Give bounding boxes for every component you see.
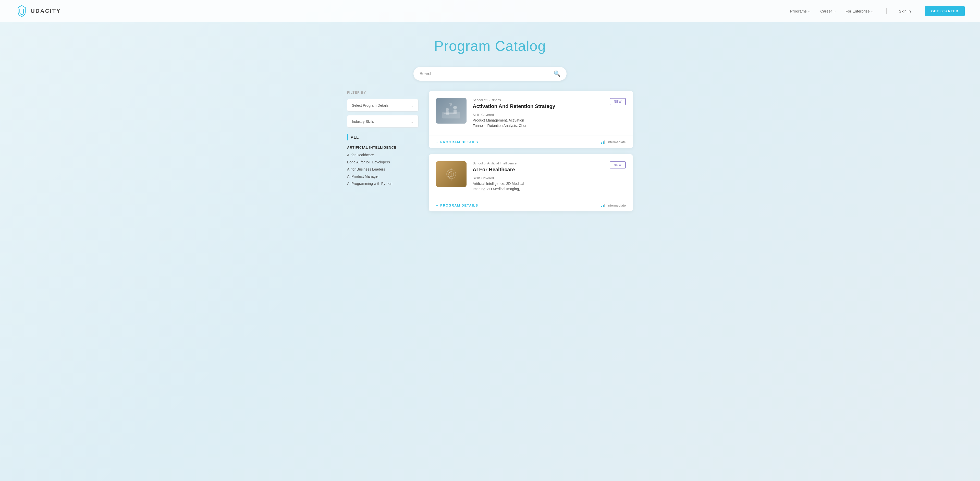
new-badge: NEW [610,161,626,169]
program-details-button[interactable]: + PROGRAM DETAILS [436,204,478,207]
all-section[interactable]: ALL [347,134,418,140]
sidebar-item-ai-python[interactable]: AI Programming with Python [347,182,418,186]
plus-icon: + [436,204,438,207]
nav-links: Programs ⌄ Career ⌄ For Enterprise ⌄ Sig… [790,6,965,16]
card-bottom: + PROGRAM DETAILS Intermediate [429,199,633,212]
card-body: School of Artificial Intelligence AI For… [473,161,604,192]
svg-point-3 [446,108,449,111]
sidebar-section-title: ARTIFICIAL INTELLIGENCE [347,145,418,149]
select-program-details-dropdown[interactable]: Select Program Details ⌄ [347,99,418,111]
svg-rect-5 [444,113,454,114]
difficulty-area: Intermediate [601,203,626,207]
logo-text: UDACITY [30,8,61,14]
difficulty-label: Intermediate [608,140,626,144]
chevron-down-icon: ⌄ [808,9,811,13]
main-layout: FILTER BY Select Program Details ⌄ Indus… [337,91,643,233]
plus-icon: + [436,140,438,144]
card-ai-healthcare: School of Artificial Intelligence AI For… [429,154,633,212]
search-box: 🔍 [414,67,566,81]
card-thumbnail-business: ⛛ [436,98,466,124]
card-title: AI For Healthcare [473,167,604,173]
udacity-logo-icon [15,5,28,18]
sidebar-item-ai-healthcare[interactable]: AI for Healthcare [347,153,418,157]
nav-programs[interactable]: Programs ⌄ [790,9,811,13]
sidebar-item-ai-product-manager[interactable]: AI Product Manager [347,174,418,178]
search-input[interactable] [420,72,554,76]
chevron-down-icon: ⌄ [410,103,414,108]
card-thumbnail-healthcare [436,161,466,187]
filter-by-label: FILTER BY [347,91,418,94]
card-school: School of Artificial Intelligence [473,161,604,165]
card-bottom: + PROGRAM DETAILS Intermediate [429,135,633,148]
card-body: School of Business Activation And Retent… [473,98,604,128]
search-icon[interactable]: 🔍 [554,70,560,77]
card-activation-retention: ⛛ School of Business Activation And Rete… [429,91,633,148]
difficulty-label: Intermediate [608,204,626,207]
catalog-area: ⛛ School of Business Activation And Rete… [429,91,633,218]
sign-in-link[interactable]: Sign In [899,9,911,13]
skills-label: Skills Covered [473,113,604,117]
business-illustration: ⛛ [441,102,461,120]
sidebar: FILTER BY Select Program Details ⌄ Indus… [347,91,418,218]
industry-skills-dropdown[interactable]: Industry Skills ⌄ [347,115,418,127]
chevron-down-icon: ⌄ [871,9,874,13]
navbar: UDACITY Programs ⌄ Career ⌄ For Enterpri… [0,0,980,22]
svg-point-1 [453,106,457,109]
nav-enterprise[interactable]: For Enterprise ⌄ [845,9,874,13]
sidebar-category-list: AI for Healthcare Edge AI for IoT Develo… [347,153,418,186]
skills-text: Product Management, ActivationFunnels, R… [473,118,604,128]
card-top: School of Artificial Intelligence AI For… [429,154,633,199]
logo-area[interactable]: UDACITY [15,5,61,18]
difficulty-area: Intermediate [601,140,626,144]
healthcare-illustration [441,165,461,183]
card-title: Activation And Retention Strategy [473,104,604,109]
sidebar-item-edge-ai[interactable]: Edge AI for IoT Developers [347,160,418,164]
card-top: ⛛ School of Business Activation And Rete… [429,91,633,135]
get-started-button[interactable]: GET STARTED [925,6,965,16]
search-container: 🔍 [0,64,980,91]
sidebar-item-ai-business[interactable]: AI for Business Leaders [347,167,418,171]
all-indicator [347,134,348,140]
svg-rect-0 [442,112,460,118]
all-label: ALL [351,135,359,139]
chevron-down-icon: ⌄ [833,9,836,13]
page-title: Program Catalog [5,38,975,54]
program-details-button[interactable]: + PROGRAM DETAILS [436,140,478,144]
hero-section: Program Catalog [0,22,980,64]
skills-text: Artificial Intelligence, 2D MedicalImagi… [473,181,604,192]
svg-rect-2 [453,110,457,114]
difficulty-icon [601,140,605,144]
chevron-down-icon: ⌄ [410,119,414,124]
svg-text:⛛: ⛛ [449,102,453,107]
skills-label: Skills Covered [473,176,604,180]
card-school: School of Business [473,98,604,102]
nav-career[interactable]: Career ⌄ [820,9,836,13]
difficulty-icon [601,203,605,207]
new-badge: NEW [610,98,626,105]
